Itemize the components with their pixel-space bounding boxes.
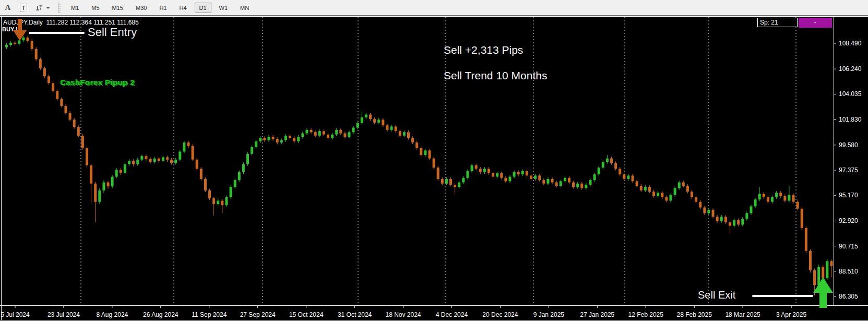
svg-text:28 Feb 2025: 28 Feb 2025 [676,311,712,318]
timeframe-button-m5[interactable]: M5 [87,3,104,13]
timeframe-button-w1[interactable]: W1 [215,3,233,13]
svg-text:90.715: 90.715 [839,243,858,250]
timeframe-button-mn[interactable]: MN [235,3,254,13]
toolbar-drag-handle[interactable] [58,3,61,13]
svg-text:27 Sep 2024: 27 Sep 2024 [240,311,276,318]
collapse-button[interactable]: - [799,18,832,28]
watermark-text: CashForex Pipup 2 [60,78,135,87]
svg-text:97.375: 97.375 [839,167,858,174]
sell-entry-line[interactable] [29,32,85,34]
svg-text:108.490: 108.490 [839,40,862,47]
trend-annotation[interactable]: Sell Trend 10 Months [444,69,547,82]
svg-text:104.035: 104.035 [839,90,862,98]
candlestick-chart: 108.490106.240104.035101.83099.58097.375… [0,16,868,321]
timeframe-button-m15[interactable]: M15 [108,3,128,13]
svg-text:11 Sep 2024: 11 Sep 2024 [192,311,227,318]
text-tool-button[interactable]: T [17,2,30,14]
toolbar: A T M1M5M15M30H1H4D1W1MN [0,0,868,16]
svg-text:3 Apr 2025: 3 Apr 2025 [776,311,806,318]
sell-exit-arrow-up-icon[interactable] [812,276,835,309]
svg-text:86.305: 86.305 [839,293,858,300]
svg-text:106.240: 106.240 [839,65,862,73]
text-tool-icon: T [20,4,28,12]
chart-area[interactable]: 108.490106.240104.035101.83099.58097.375… [0,16,868,321]
svg-text:31 Oct 2024: 31 Oct 2024 [338,311,372,318]
svg-text:27 Jan 2025: 27 Jan 2025 [580,311,614,318]
sell-entry-label[interactable]: Sell Entry [88,26,137,39]
pips-annotation[interactable]: Sell +2,313 Pips [444,44,523,56]
timeframe-button-h1[interactable]: H1 [154,3,171,13]
svg-text:8 Aug 2024: 8 Aug 2024 [97,311,128,318]
svg-text:95.170: 95.170 [839,192,858,199]
svg-text:92.920: 92.920 [839,217,858,224]
label-a-icon: A [5,3,11,12]
dropdown-caret-icon [46,7,50,9]
timeframe-toolbar: M1M5M15M30H1H4D1W1MN [65,3,255,13]
svg-text:18 Nov 2024: 18 Nov 2024 [385,311,421,318]
svg-text:4 Dec 2024: 4 Dec 2024 [436,311,468,318]
svg-text:20 Dec 2024: 20 Dec 2024 [482,311,518,318]
sell-exit-line[interactable] [752,295,813,297]
timeframe-button-d1[interactable]: D1 [195,3,211,13]
svg-text:12 Feb 2025: 12 Feb 2025 [628,311,664,318]
sell-exit-label[interactable]: Sell Exit [698,289,735,301]
arrows-tool-button[interactable] [34,2,50,14]
svg-text:88.510: 88.510 [839,268,858,275]
svg-text:15 Oct 2024: 15 Oct 2024 [289,311,324,318]
timeframe-button-m30[interactable]: M30 [131,3,151,13]
svg-text:18 Mar 2025: 18 Mar 2025 [725,311,760,318]
sell-entry-arrow-down-icon[interactable] [13,19,27,42]
timeframe-button-h4[interactable]: H4 [174,3,191,13]
svg-text:23 Jul 2024: 23 Jul 2024 [47,311,80,318]
svg-text:26 Aug 2024: 26 Aug 2024 [143,311,179,318]
timeframe-button-m1[interactable]: M1 [66,3,84,13]
arrows-tool-icon [34,4,44,12]
spread-badge: Sp: 21 [757,18,798,27]
svg-text:99.580: 99.580 [839,141,858,149]
mt4-window: A T M1M5M15M30H1H4D1W1MN 108.490106.2401… [0,0,868,321]
label-tool-button[interactable]: A [1,2,15,14]
svg-text:9 Jan 2025: 9 Jan 2025 [533,311,565,318]
svg-text:101.830: 101.830 [839,116,862,123]
svg-text:5 Jul 2024: 5 Jul 2024 [1,311,30,318]
